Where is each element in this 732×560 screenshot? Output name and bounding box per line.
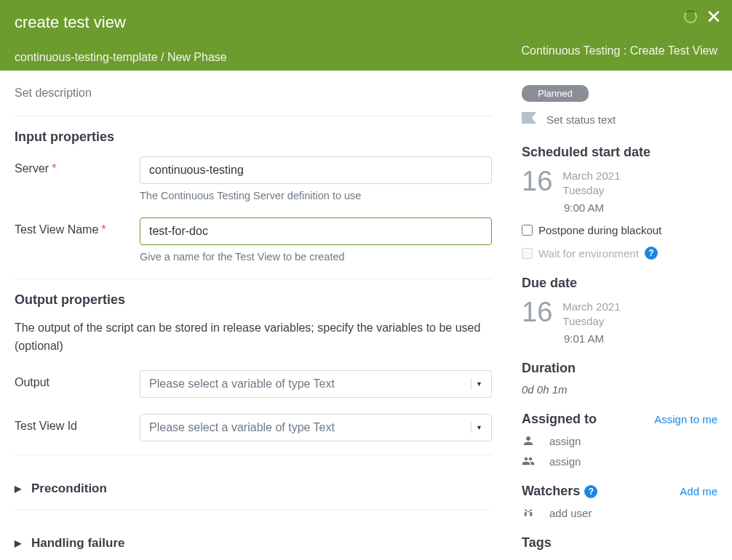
- scheduled-month-year: March 2021: [562, 169, 620, 183]
- scheduled-time[interactable]: 9:00 AM: [564, 201, 717, 214]
- test-view-name-input[interactable]: [140, 217, 492, 245]
- help-icon[interactable]: ?: [584, 485, 597, 498]
- postpone-blackout-input[interactable]: [522, 225, 533, 236]
- server-input[interactable]: [140, 156, 492, 184]
- dialog-title: create test view: [15, 13, 717, 32]
- server-field-row: Server* The Continuous Testing Server de…: [15, 156, 492, 201]
- set-status-text-label: Set status text: [546, 113, 616, 126]
- output-properties-description: The output of the script can be stored i…: [15, 319, 492, 356]
- due-time[interactable]: 9:01 AM: [564, 332, 717, 345]
- output-label: Output: [15, 370, 140, 389]
- test-view-id-select[interactable]: Please select a variable of type Text ▼: [140, 414, 492, 441]
- assignee-team-placeholder: assign: [549, 455, 581, 468]
- output-select-placeholder: Please select a variable of type Text: [149, 377, 335, 391]
- main-panel: Set description Input properties Server*…: [0, 71, 506, 560]
- person-icon: [522, 434, 535, 447]
- wait-environment-input: [522, 248, 533, 259]
- close-icon[interactable]: ✕: [706, 10, 722, 23]
- scheduled-start-heading: Scheduled start date: [522, 145, 717, 160]
- assignee-user-row[interactable]: assign: [522, 434, 717, 447]
- people-icon: [522, 455, 535, 468]
- due-date[interactable]: 16 March 2021 Tuesday: [522, 298, 717, 328]
- chevron-down-icon: ▼: [471, 423, 482, 433]
- wait-environment-label: Wait for environment: [538, 247, 639, 260]
- wait-environment-checkbox: Wait for environment ?: [522, 247, 717, 260]
- duration-heading: Duration: [522, 361, 717, 376]
- add-me-link[interactable]: Add me: [680, 485, 717, 497]
- assign-to-me-link[interactable]: Assign to me: [654, 413, 717, 425]
- precondition-expander[interactable]: ▶ Precondition: [15, 468, 492, 509]
- handling-failure-expander[interactable]: ▶ Handling failure: [15, 523, 492, 560]
- output-properties-heading: Output properties: [15, 292, 492, 308]
- handling-failure-label: Handling failure: [31, 536, 124, 551]
- sidebar: Planned Set status text Scheduled start …: [506, 71, 732, 560]
- dialog-header: ✕ create test view continuous-testing-te…: [0, 0, 732, 71]
- watchers-add-user-placeholder: add user: [549, 507, 592, 519]
- input-properties-heading: Input properties: [15, 129, 492, 145]
- due-date-heading: Due date: [522, 276, 717, 291]
- due-day: 16: [522, 298, 552, 326]
- binoculars-icon: [522, 506, 535, 519]
- task-type-label: Continuous Testing : Create Test View: [522, 44, 718, 57]
- server-help: The Continuous Testing Server definition…: [140, 190, 492, 201]
- scheduled-date[interactable]: 16 March 2021 Tuesday: [522, 167, 717, 197]
- chevron-down-icon: ▼: [471, 379, 482, 389]
- watchers-add-user-row[interactable]: add user: [522, 506, 717, 519]
- divider: [15, 455, 492, 455]
- duration-value: 0d 0h 1m: [522, 383, 717, 396]
- postpone-blackout-label: Postpone during blackout: [538, 224, 661, 236]
- server-label: Server*: [15, 156, 140, 175]
- assignee-team-row[interactable]: assign: [522, 455, 717, 468]
- status-text-row[interactable]: Set status text: [522, 112, 717, 127]
- scheduled-weekday: Tuesday: [562, 183, 620, 198]
- status-badge[interactable]: Planned: [522, 85, 589, 102]
- test-view-name-field-row: Test View Name* Give a name for the Test…: [15, 217, 492, 263]
- description-field[interactable]: Set description: [15, 87, 492, 100]
- test-view-name-help: Give a name for the Test View to be crea…: [140, 251, 492, 263]
- caret-right-icon: ▶: [15, 484, 21, 494]
- precondition-label: Precondition: [31, 481, 107, 496]
- test-view-name-label: Test View Name*: [15, 217, 140, 236]
- due-weekday: Tuesday: [562, 314, 620, 329]
- caret-right-icon: ▶: [15, 538, 21, 548]
- test-view-id-label: Test View Id: [15, 414, 140, 433]
- assigned-to-heading: Assigned to: [522, 412, 597, 427]
- test-view-id-select-placeholder: Please select a variable of type Text: [149, 421, 335, 434]
- watchers-heading: Watchers ?: [522, 484, 597, 499]
- divider: [15, 279, 492, 279]
- svg-marker-0: [522, 112, 536, 124]
- assignee-user-placeholder: assign: [549, 435, 581, 447]
- scheduled-day: 16: [522, 167, 552, 195]
- output-select[interactable]: Please select a variable of type Text ▼: [140, 370, 492, 398]
- divider: [15, 116, 492, 116]
- due-month-year: March 2021: [562, 300, 620, 314]
- divider: [15, 509, 492, 510]
- tags-heading: Tags: [522, 535, 717, 551]
- spinner-icon: [684, 10, 697, 23]
- flag-icon: [522, 112, 536, 127]
- postpone-blackout-checkbox[interactable]: Postpone during blackout: [522, 224, 717, 236]
- output-field-row: Output Please select a variable of type …: [15, 370, 492, 398]
- test-view-id-field-row: Test View Id Please select a variable of…: [15, 414, 492, 441]
- help-icon[interactable]: ?: [645, 247, 658, 260]
